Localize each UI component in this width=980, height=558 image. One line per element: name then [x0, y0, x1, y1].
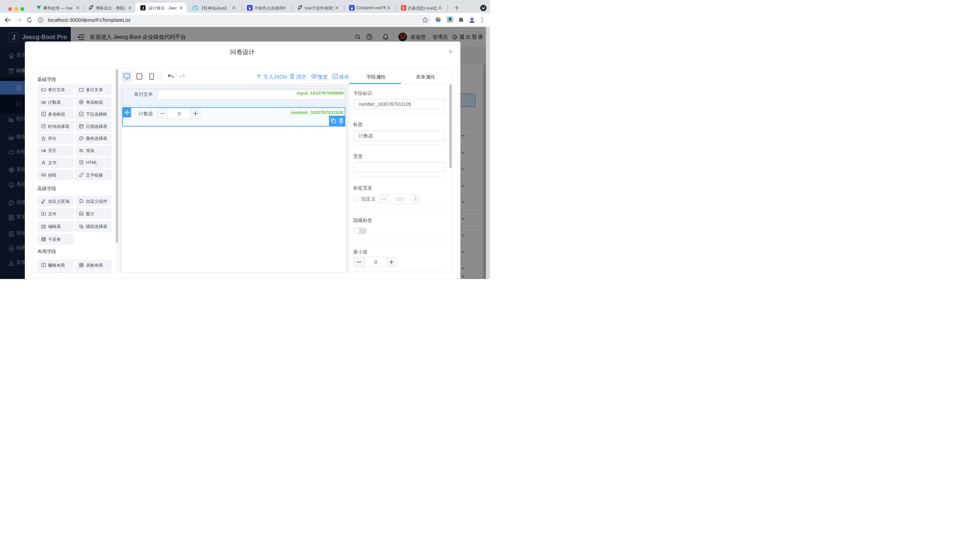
- svg-text:C: C: [402, 6, 405, 10]
- svg-text:BTN: BTN: [42, 174, 44, 176]
- svg-text:5: 5: [80, 162, 82, 164]
- svg-text:T: T: [42, 225, 44, 227]
- svg-text:J: J: [142, 6, 144, 11]
- svg-text:123: 123: [41, 100, 46, 104]
